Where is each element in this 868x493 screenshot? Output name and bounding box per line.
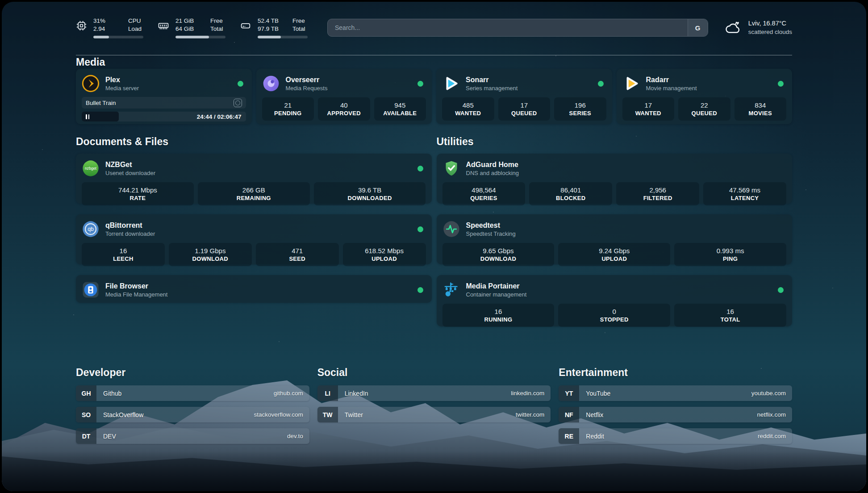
stat-label: DOWNLOAD xyxy=(192,255,228,263)
card-plex[interactable]: Plex Media server Bullet Train 24:44 / 0… xyxy=(76,69,252,124)
stat-label: RATE xyxy=(130,194,146,202)
bookmark-youtube[interactable]: YTYouTubeyoutube.com xyxy=(559,385,792,401)
stat-value: 16 xyxy=(726,307,734,316)
cpu-progress-bar xyxy=(93,36,143,38)
disk-free-value: 52.4 TB xyxy=(258,17,285,25)
stat-label: UPLOAD xyxy=(371,255,397,263)
status-dot xyxy=(778,81,784,87)
stat-label: SEED xyxy=(289,255,305,263)
sonarr-header: Sonarr Series management xyxy=(442,74,606,93)
stat-label: WANTED xyxy=(635,109,661,117)
bookmark-abbr: DT xyxy=(76,428,96,444)
section-title-utilities: Utilities xyxy=(437,135,793,148)
bookmark-name: DEV xyxy=(96,428,287,444)
status-dot xyxy=(417,81,423,87)
weather-widget: Lviv, 16.87°C scattered clouds xyxy=(724,19,792,36)
card-qbittorrent[interactable]: qb qBittorrent Torrent downloader 16LEEC… xyxy=(76,214,432,264)
disk-total-label: Total xyxy=(292,25,312,33)
filebrowser-icon xyxy=(82,281,100,299)
bookmark-group-social: Social LILinkedInlinkedin.comTWTwittertw… xyxy=(317,366,551,450)
search-input[interactable] xyxy=(328,19,688,36)
bookmark-stackoverflow[interactable]: SOStackOverflowstackoverflow.com xyxy=(76,407,309,422)
stat-value: 266 GB xyxy=(242,186,265,194)
svg-text:nzbget: nzbget xyxy=(85,166,97,171)
overseerr-stats: 21PENDING40APPROVED945AVAILABLE xyxy=(262,97,426,121)
stat-value: 744.21 Mbps xyxy=(118,186,157,194)
stat-value: 86,401 xyxy=(560,186,581,194)
adguard-stats: 498,564QUERIES86,401BLOCKED2,956FILTERED… xyxy=(442,182,787,205)
nzbget-icon: nzbget xyxy=(82,159,100,177)
pause-button[interactable] xyxy=(86,114,89,119)
card-speedtest[interactable]: Speedtest Speedtest Tracking 9.65 GbpsDO… xyxy=(437,214,793,264)
service-subtitle: Media Requests xyxy=(286,84,412,92)
service-title: Speedtest xyxy=(466,221,787,230)
bookmark-linkedin[interactable]: LILinkedInlinkedin.com xyxy=(317,385,551,401)
stat-label: TOTAL xyxy=(721,316,740,324)
stat-value: 17 xyxy=(644,101,652,109)
stat-label: APPROVED xyxy=(327,109,361,117)
stat-value: 471 xyxy=(292,246,303,255)
stat-box: 16RUNNING xyxy=(442,304,555,327)
bookmark-reddit[interactable]: RERedditreddit.com xyxy=(559,428,792,444)
plex-header: Plex Media server xyxy=(82,74,246,93)
stat-label: PING xyxy=(723,255,738,263)
stat-box: 9.24 GbpsUPLOAD xyxy=(558,243,670,266)
bookmark-url: youtube.com xyxy=(751,385,792,401)
bookmark-netflix[interactable]: NFNetflixnetflix.com xyxy=(559,407,792,422)
card-nzbget[interactable]: nzbget NZBGet Usenet downloader 744.21 M… xyxy=(76,154,432,204)
stat-value: 21 xyxy=(284,101,292,109)
service-subtitle: Media File Management xyxy=(105,291,412,298)
card-radarr[interactable]: Radarr Movie management 17WANTED22QUEUED… xyxy=(617,69,793,124)
service-title: Plex xyxy=(105,75,232,84)
utilities-column: Utilities AdGuard Home xyxy=(437,135,793,337)
stat-box: 498,564QUERIES xyxy=(442,182,526,205)
cpu-usage-value: 31% xyxy=(93,17,121,25)
bookmark-group-entertainment: Entertainment YTYouTubeyoutube.comNFNetf… xyxy=(559,366,792,450)
stat-value: 22 xyxy=(701,101,708,109)
cpu-usage-label: CPU xyxy=(128,17,148,25)
service-title: Sonarr xyxy=(466,75,592,84)
disk-progress-fill xyxy=(258,36,281,38)
card-portainer[interactable]: Media Portainer Container management 16R… xyxy=(437,275,793,326)
stat-box: 9.65 GbpsDOWNLOAD xyxy=(442,243,555,266)
stat-label: DOWNLOAD xyxy=(480,255,516,263)
bookmark-url: twitter.com xyxy=(516,407,551,422)
stat-box: 2,956FILTERED xyxy=(616,182,699,205)
bookmark-github[interactable]: GHGithubgithub.com xyxy=(76,385,309,401)
stat-value: 0.993 ms xyxy=(717,246,744,255)
system-stats: 31% 2.94 CPU Load xyxy=(76,17,312,38)
memory-stat-group: 21 GiB 64 GiB Free Total xyxy=(158,17,230,38)
service-subtitle: Media server xyxy=(105,84,232,92)
search-provider-button[interactable]: G xyxy=(688,19,708,36)
bookmark-twitter[interactable]: TWTwittertwitter.com xyxy=(317,407,551,422)
bookmark-url: dev.to xyxy=(287,428,309,444)
stat-value: 485 xyxy=(463,101,474,109)
sonarr-stats: 485WANTED17QUEUED196SERIES xyxy=(442,97,606,121)
stat-label: QUEUED xyxy=(511,109,537,117)
bookmark-url: linkedin.com xyxy=(511,385,551,401)
card-overseerr[interactable]: Overseerr Media Requests 21PENDING40APPR… xyxy=(256,69,432,124)
card-filebrowser[interactable]: File Browser Media File Management xyxy=(76,275,432,303)
stat-box: 16TOTAL xyxy=(674,304,786,327)
media-card-row: Plex Media server Bullet Train 24:44 / 0… xyxy=(76,69,792,124)
stat-label: PENDING xyxy=(274,109,301,117)
cpu-load-label: Load xyxy=(128,25,148,33)
bookmark-dev[interactable]: DTDEVdev.to xyxy=(76,428,309,444)
stat-value: 1.19 Gbps xyxy=(195,246,225,255)
stat-box: 471SEED xyxy=(256,243,339,266)
portainer-icon xyxy=(442,281,460,299)
stat-label: WANTED xyxy=(455,109,481,117)
stat-box: 21PENDING xyxy=(262,97,314,121)
bookmark-abbr: LI xyxy=(317,385,338,401)
cpu-load-value: 2.94 xyxy=(93,25,121,33)
stat-label: FILTERED xyxy=(643,194,672,202)
card-adguard[interactable]: AdGuard Home DNS and adblocking 498,564Q… xyxy=(437,154,793,204)
memory-free-value: 21 GiB xyxy=(175,17,203,25)
cpu-stat-text: 31% 2.94 CPU Load xyxy=(93,17,148,38)
card-sonarr[interactable]: Sonarr Series management 485WANTED17QUEU… xyxy=(436,69,612,124)
stat-box: 86,401BLOCKED xyxy=(529,182,612,205)
section-title-media: Media xyxy=(76,55,792,69)
bookmark-url: reddit.com xyxy=(758,428,792,444)
sonarr-icon xyxy=(442,75,460,92)
cloud-icon xyxy=(724,20,742,35)
